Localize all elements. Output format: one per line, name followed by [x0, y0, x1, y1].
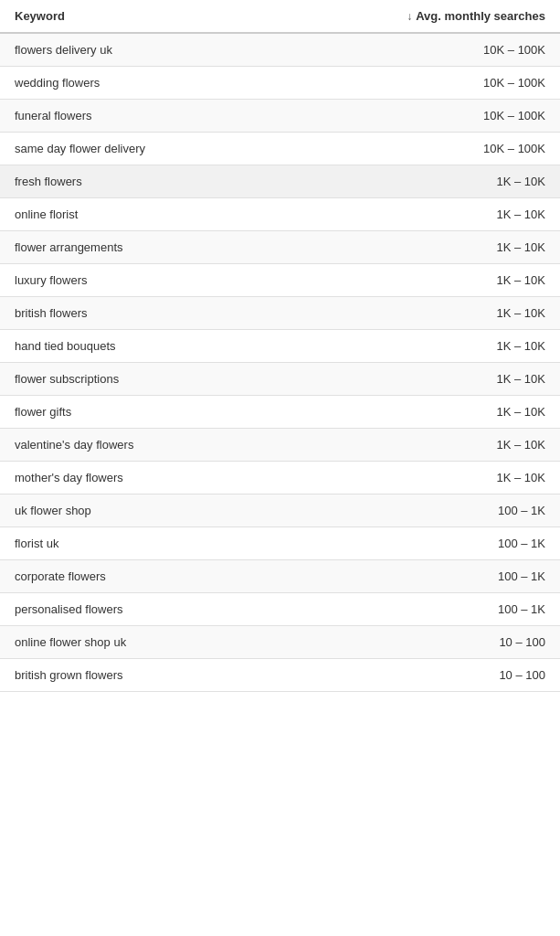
- table-row[interactable]: personalised flowers100 – 1K: [0, 593, 560, 626]
- searches-cell: 100 – 1K: [344, 569, 545, 583]
- searches-cell: 1K – 10K: [344, 273, 545, 287]
- searches-cell: 100 – 1K: [344, 602, 545, 616]
- searches-cell: 10K – 100K: [344, 109, 545, 122]
- table-header: Keyword ↓ Avg. monthly searches: [0, 0, 560, 34]
- keyword-cell: personalised flowers: [15, 602, 344, 616]
- keyword-cell: online flower shop uk: [15, 635, 344, 649]
- table-row[interactable]: fresh flowers1K – 10K: [0, 165, 560, 198]
- searches-cell: 1K – 10K: [344, 372, 545, 386]
- table-row[interactable]: valentine's day flowers1K – 10K: [0, 429, 560, 462]
- table-row[interactable]: flower arrangements1K – 10K: [0, 231, 560, 264]
- keyword-cell: luxury flowers: [15, 273, 344, 287]
- keyword-cell: same day flower delivery: [15, 142, 344, 155]
- keyword-cell: fresh flowers: [15, 175, 344, 188]
- keyword-column-header: Keyword: [15, 9, 344, 23]
- keyword-cell: mother's day flowers: [15, 471, 344, 484]
- searches-cell: 1K – 10K: [344, 438, 545, 452]
- searches-cell: 1K – 10K: [344, 339, 545, 353]
- searches-cell: 10K – 100K: [344, 76, 545, 90]
- searches-cell: 100 – 1K: [344, 504, 545, 517]
- table-row[interactable]: corporate flowers100 – 1K: [0, 560, 560, 593]
- table-row[interactable]: hand tied bouquets1K – 10K: [0, 330, 560, 363]
- sort-arrow-icon: ↓: [407, 10, 412, 23]
- searches-cell: 1K – 10K: [344, 306, 545, 320]
- table-row[interactable]: wedding flowers10K – 100K: [0, 67, 560, 100]
- searches-cell: 100 – 1K: [344, 537, 545, 550]
- table-row[interactable]: flower subscriptions1K – 10K: [0, 363, 560, 396]
- table-row[interactable]: british grown flowers10 – 100: [0, 659, 560, 692]
- searches-cell: 1K – 10K: [344, 240, 545, 254]
- table-row[interactable]: same day flower delivery10K – 100K: [0, 133, 560, 165]
- searches-cell: 10K – 100K: [344, 43, 545, 57]
- table-row[interactable]: mother's day flowers1K – 10K: [0, 462, 560, 495]
- table-row[interactable]: luxury flowers1K – 10K: [0, 264, 560, 297]
- table-row[interactable]: funeral flowers10K – 100K: [0, 100, 560, 133]
- searches-cell: 1K – 10K: [344, 175, 545, 188]
- table-row[interactable]: british flowers1K – 10K: [0, 297, 560, 330]
- keyword-cell: flower subscriptions: [15, 372, 344, 386]
- table-row[interactable]: flowers delivery uk10K – 100K: [0, 34, 560, 67]
- keyword-table: Keyword ↓ Avg. monthly searches flowers …: [0, 0, 560, 692]
- keyword-cell: flower gifts: [15, 405, 344, 419]
- table-row[interactable]: flower gifts1K – 10K: [0, 396, 560, 429]
- searches-cell: 1K – 10K: [344, 471, 545, 484]
- keyword-cell: florist uk: [15, 537, 344, 550]
- table-row[interactable]: uk flower shop100 – 1K: [0, 495, 560, 527]
- searches-cell: 10K – 100K: [344, 142, 545, 155]
- keyword-cell: corporate flowers: [15, 569, 344, 583]
- searches-column-header[interactable]: ↓ Avg. monthly searches: [344, 9, 545, 23]
- searches-header-label: Avg. monthly searches: [416, 9, 545, 23]
- keyword-cell: hand tied bouquets: [15, 339, 344, 353]
- table-body: flowers delivery uk10K – 100Kwedding flo…: [0, 34, 560, 692]
- keyword-cell: valentine's day flowers: [15, 438, 344, 452]
- searches-cell: 1K – 10K: [344, 405, 545, 419]
- table-row[interactable]: florist uk100 – 1K: [0, 527, 560, 560]
- keyword-cell: flowers delivery uk: [15, 43, 344, 57]
- searches-cell: 10 – 100: [344, 635, 545, 649]
- table-row[interactable]: online flower shop uk10 – 100: [0, 626, 560, 659]
- keyword-cell: wedding flowers: [15, 76, 344, 90]
- keyword-cell: british flowers: [15, 306, 344, 320]
- searches-cell: 1K – 10K: [344, 207, 545, 221]
- table-row[interactable]: online florist1K – 10K: [0, 198, 560, 231]
- searches-cell: 10 – 100: [344, 668, 545, 682]
- keyword-cell: online florist: [15, 207, 344, 221]
- keyword-cell: uk flower shop: [15, 504, 344, 517]
- keyword-cell: flower arrangements: [15, 240, 344, 254]
- keyword-cell: british grown flowers: [15, 668, 344, 682]
- keyword-cell: funeral flowers: [15, 109, 344, 122]
